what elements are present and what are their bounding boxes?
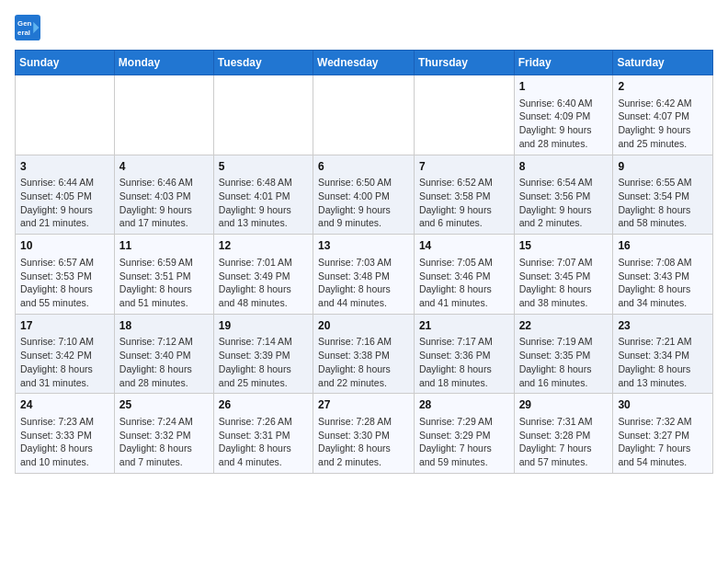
day-number: 10 [20,238,109,254]
day-info: Sunset: 3:48 PM [318,270,409,283]
week-row-2: 10Sunrise: 6:57 AMSunset: 3:53 PMDayligh… [16,235,713,315]
day-info: Daylight: 9 hours and 25 minutes. [618,123,708,150]
day-info: Daylight: 8 hours and 18 minutes. [419,362,509,389]
day-info: Sunset: 3:38 PM [318,349,409,362]
day-cell: 25Sunrise: 7:24 AMSunset: 3:32 PMDayligh… [114,394,213,474]
day-cell [213,75,313,155]
day-info: Sunset: 3:40 PM [119,349,209,362]
day-info: Sunset: 4:05 PM [20,190,109,203]
day-info: Sunrise: 7:14 AM [219,335,308,349]
day-cell: 28Sunrise: 7:29 AMSunset: 3:29 PMDayligh… [414,394,514,474]
day-info: Sunrise: 7:08 AM [618,256,708,270]
day-info: Daylight: 8 hours and 34 minutes. [618,282,708,309]
day-number: 5 [219,159,308,175]
day-info: Daylight: 9 hours and 21 minutes. [20,203,109,230]
day-number: 26 [219,397,308,413]
day-cell: 17Sunrise: 7:10 AMSunset: 3:42 PMDayligh… [16,314,115,394]
day-info: Daylight: 8 hours and 31 minutes. [20,362,109,389]
day-info: Sunset: 3:46 PM [419,270,509,283]
day-cell: 23Sunrise: 7:21 AMSunset: 3:34 PMDayligh… [613,314,713,394]
day-number: 8 [519,159,609,175]
day-cell: 11Sunrise: 6:59 AMSunset: 3:51 PMDayligh… [114,235,213,315]
day-info: Daylight: 9 hours and 6 minutes. [419,203,509,230]
day-info: Sunset: 3:51 PM [119,270,209,283]
day-info: Sunset: 3:39 PM [219,349,308,362]
day-cell: 27Sunrise: 7:28 AMSunset: 3:30 PMDayligh… [313,394,415,474]
day-info: Sunset: 3:42 PM [20,349,109,362]
day-info: Daylight: 8 hours and 16 minutes. [519,362,609,389]
day-cell: 16Sunrise: 7:08 AMSunset: 3:43 PMDayligh… [613,235,713,315]
day-cell: 9Sunrise: 6:55 AMSunset: 3:54 PMDaylight… [613,155,713,235]
header-row: SundayMondayTuesdayWednesdayThursdayFrid… [16,51,713,75]
day-number: 23 [618,318,708,334]
day-info: Daylight: 8 hours and 51 minutes. [119,282,209,309]
day-info: Daylight: 8 hours and 10 minutes. [20,442,109,468]
day-info: Sunrise: 7:26 AM [219,415,308,429]
day-info: Sunset: 4:09 PM [519,109,609,123]
day-cell: 15Sunrise: 7:07 AMSunset: 3:45 PMDayligh… [514,235,613,315]
day-cell [16,75,115,155]
day-info: Sunset: 3:58 PM [419,190,509,203]
day-info: Sunset: 3:53 PM [20,270,109,283]
day-info: Sunset: 3:30 PM [318,429,409,442]
day-number: 7 [419,159,509,175]
day-info: Sunrise: 7:17 AM [419,335,509,349]
day-info: Sunrise: 7:16 AM [318,335,409,349]
day-cell: 14Sunrise: 7:05 AMSunset: 3:46 PMDayligh… [414,235,514,315]
day-info: Daylight: 7 hours and 54 minutes. [618,442,708,468]
day-info: Daylight: 9 hours and 2 minutes. [519,203,609,230]
day-cell: 21Sunrise: 7:17 AMSunset: 3:36 PMDayligh… [414,314,514,394]
day-info: Sunrise: 6:52 AM [419,176,509,190]
day-info: Sunrise: 6:50 AM [318,176,409,190]
day-info: Sunset: 3:28 PM [519,429,609,442]
day-cell: 19Sunrise: 7:14 AMSunset: 3:39 PMDayligh… [213,314,313,394]
day-info: Sunset: 4:03 PM [119,190,209,203]
svg-text:Gen: Gen [17,19,31,28]
day-cell: 20Sunrise: 7:16 AMSunset: 3:38 PMDayligh… [313,314,415,394]
day-number: 21 [419,318,509,334]
day-number: 19 [219,318,308,334]
day-cell: 3Sunrise: 6:44 AMSunset: 4:05 PMDaylight… [16,155,115,235]
day-info: Sunrise: 6:48 AM [219,176,308,190]
day-cell: 5Sunrise: 6:48 AMSunset: 4:01 PMDaylight… [213,155,313,235]
day-info: Sunset: 3:45 PM [519,270,609,283]
day-info: Sunset: 4:00 PM [318,190,409,203]
day-number: 28 [419,397,509,413]
day-info: Sunrise: 7:23 AM [20,415,109,429]
day-number: 14 [419,238,509,254]
day-info: Sunrise: 7:12 AM [119,335,209,349]
day-info: Sunset: 3:29 PM [419,429,509,442]
header-wednesday: Wednesday [313,51,415,75]
day-info: Sunrise: 7:28 AM [318,415,409,429]
day-info: Daylight: 9 hours and 13 minutes. [219,203,308,230]
day-info: Daylight: 8 hours and 41 minutes. [419,282,509,309]
day-info: Daylight: 9 hours and 9 minutes. [318,203,409,230]
day-info: Sunset: 4:01 PM [219,190,308,203]
day-info: Sunrise: 7:07 AM [519,256,609,270]
day-info: Sunrise: 6:54 AM [519,176,609,190]
day-cell: 18Sunrise: 7:12 AMSunset: 3:40 PMDayligh… [114,314,213,394]
day-number: 17 [20,318,109,334]
day-number: 24 [20,397,109,413]
day-info: Sunrise: 7:24 AM [119,415,209,429]
day-cell: 13Sunrise: 7:03 AMSunset: 3:48 PMDayligh… [313,235,415,315]
day-cell: 26Sunrise: 7:26 AMSunset: 3:31 PMDayligh… [213,394,313,474]
day-number: 4 [119,159,209,175]
day-info: Sunset: 3:35 PM [519,349,609,362]
day-info: Sunset: 4:07 PM [618,109,708,123]
header-sunday: Sunday [16,51,115,75]
day-cell [313,75,415,155]
day-info: Sunrise: 7:01 AM [219,256,308,270]
logo: Gen eral [15,15,44,40]
day-info: Sunrise: 7:03 AM [318,256,409,270]
day-cell: 12Sunrise: 7:01 AMSunset: 3:49 PMDayligh… [213,235,313,315]
day-info: Daylight: 8 hours and 7 minutes. [119,442,209,468]
day-number: 16 [618,238,708,254]
day-info: Daylight: 8 hours and 25 minutes. [219,362,308,389]
day-info: Sunrise: 6:59 AM [119,256,209,270]
day-info: Daylight: 8 hours and 13 minutes. [618,362,708,389]
day-cell [414,75,514,155]
day-number: 11 [119,238,209,254]
day-cell: 8Sunrise: 6:54 AMSunset: 3:56 PMDaylight… [514,155,613,235]
week-row-3: 17Sunrise: 7:10 AMSunset: 3:42 PMDayligh… [16,314,713,394]
